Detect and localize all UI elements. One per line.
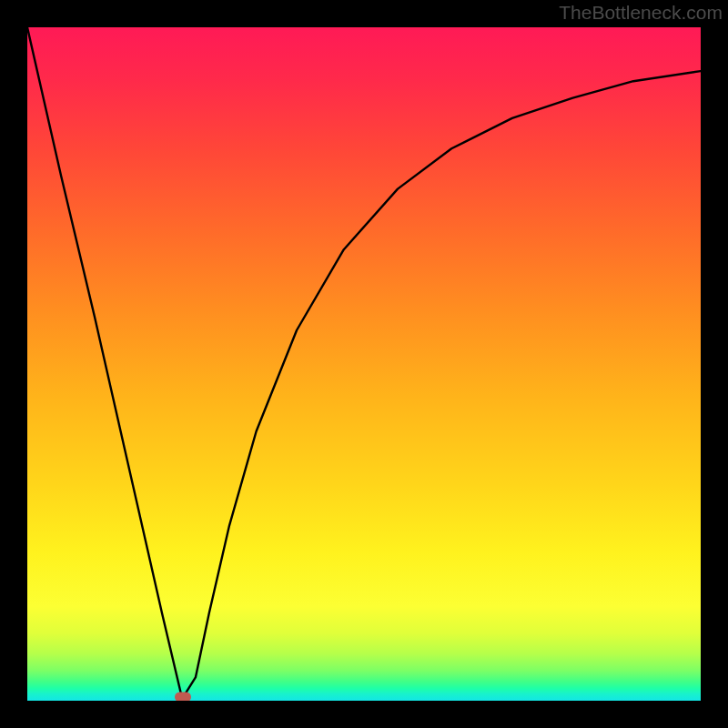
- bottleneck-curve: [27, 27, 701, 701]
- chart-frame: TheBottleneck.com: [0, 0, 728, 728]
- plot-area: [27, 27, 701, 701]
- optimal-marker: [175, 693, 191, 702]
- watermark-text: TheBottleneck.com: [559, 2, 723, 24]
